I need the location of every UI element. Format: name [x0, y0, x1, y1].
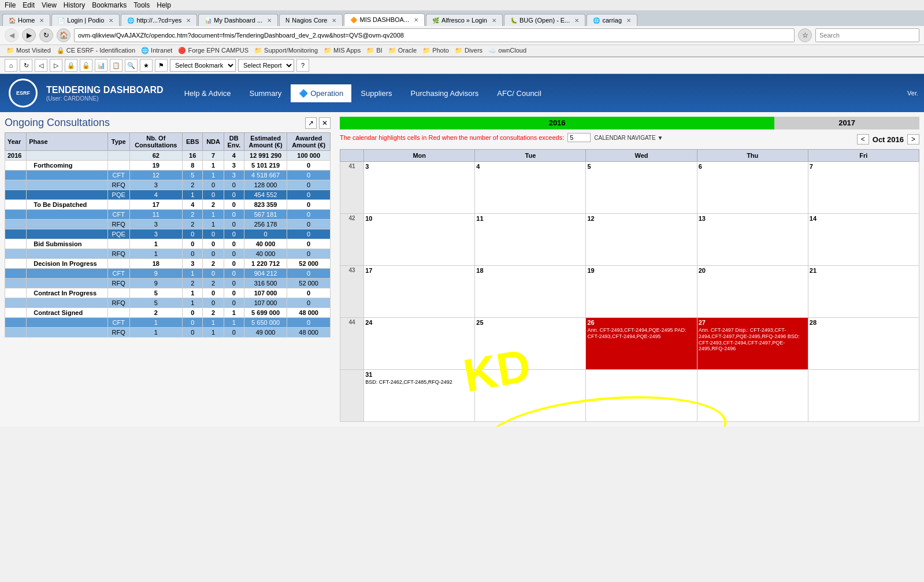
calendar-cell[interactable]: [697, 370, 808, 422]
threshold-input[interactable]: [567, 133, 591, 142]
bookmark-oracle[interactable]: 📁 Oracle: [387, 46, 418, 55]
cell-est: 567 181: [244, 210, 287, 220]
qv-chart-btn[interactable]: 📊: [95, 59, 107, 72]
tab-carriage[interactable]: 🌐 carriag ✕: [587, 14, 637, 26]
calendar-cell[interactable]: 5: [586, 162, 697, 214]
close-icon[interactable]: ✕: [626, 17, 631, 24]
menu-file[interactable]: File: [5, 1, 16, 9]
next-month-btn[interactable]: >: [907, 134, 919, 144]
nav-suppliers[interactable]: Suppliers: [351, 84, 401, 102]
bookmark-support[interactable]: 📁 Support/Monitoring: [253, 46, 320, 55]
panel-close-btn[interactable]: ✕: [319, 117, 331, 129]
tab-alfresco[interactable]: 🌿 Alfresco » Login ✕: [426, 14, 503, 26]
select-bookmark-dropdown[interactable]: Select Bookmark: [170, 59, 236, 72]
bookmark-divers[interactable]: 📁 Divers: [453, 46, 484, 55]
close-icon[interactable]: ✕: [332, 17, 336, 24]
cell-awd: 0: [287, 170, 331, 180]
address-input[interactable]: [74, 28, 795, 42]
qv-lock-btn[interactable]: 🔒: [65, 59, 77, 72]
qv-refresh-btn[interactable]: ↻: [20, 59, 32, 72]
menu-help[interactable]: Help: [157, 1, 171, 9]
calendar-cell[interactable]: 10: [364, 214, 475, 266]
nav-purchasing[interactable]: Purchasing Advisors: [402, 84, 488, 102]
nav-afc[interactable]: AFC/ Council: [488, 84, 551, 102]
tab-nagios[interactable]: N Nagios Core ✕: [279, 14, 343, 26]
qv-flag-btn[interactable]: ⚑: [155, 59, 168, 72]
calendar-cell[interactable]: [475, 370, 586, 422]
nav-summary[interactable]: Summary: [240, 84, 291, 102]
calendar-cell[interactable]: 11: [475, 214, 586, 266]
calendar-cell[interactable]: 7: [808, 162, 919, 214]
tab-bug[interactable]: 🐛 BUG (Open) - E... ✕: [504, 14, 585, 26]
qv-back-btn[interactable]: ◁: [35, 59, 47, 72]
calendar-cell[interactable]: 25: [475, 318, 586, 370]
qv-home-btn[interactable]: ⌂: [5, 59, 17, 72]
calendar-cell[interactable]: 13: [697, 214, 808, 266]
qv-star-btn[interactable]: ★: [140, 59, 153, 72]
bookmark-ce-esrf[interactable]: 🔒 CE ESRF - Identification: [55, 46, 137, 55]
bookmark-most-visited[interactable]: 📁 Most Visited: [5, 46, 53, 55]
calendar-cell[interactable]: 18: [475, 266, 586, 318]
back-button[interactable]: ◀: [5, 28, 18, 42]
prev-month-btn[interactable]: <: [857, 134, 869, 144]
menu-bookmarks[interactable]: Bookmarks: [92, 1, 127, 9]
year-2016-bar[interactable]: 2016: [340, 117, 774, 129]
calendar-cell[interactable]: [808, 370, 919, 422]
select-report-dropdown[interactable]: Select Report: [238, 59, 294, 72]
year-2017-bar[interactable]: 2017: [774, 117, 919, 129]
forward-button[interactable]: ▶: [22, 28, 36, 42]
menu-edit[interactable]: Edit: [23, 1, 35, 9]
calendar-cell[interactable]: 4: [475, 162, 586, 214]
menu-tools[interactable]: Tools: [133, 1, 150, 9]
calendar-cell[interactable]: 3: [364, 162, 475, 214]
calendar-cell[interactable]: 28: [808, 318, 919, 370]
bookmark-intranet[interactable]: 🌐 Intranet: [139, 46, 174, 55]
qv-search-btn[interactable]: 🔍: [125, 59, 138, 72]
calendar-cell[interactable]: [586, 370, 697, 422]
menu-history[interactable]: History: [64, 1, 85, 9]
refresh-button[interactable]: ↻: [39, 28, 53, 42]
qv-forward-btn[interactable]: ▷: [50, 59, 62, 72]
tab-podio[interactable]: 📄 Login | Podio ✕: [51, 14, 120, 26]
tab-mis-active[interactable]: 🔶 MIS DASHBOA... ✕: [344, 13, 425, 26]
bookmark-photo[interactable]: 📁 Photo: [421, 46, 451, 55]
bookmark-forge[interactable]: 🔴 Forge EPN CAMPUS: [176, 46, 250, 55]
calendar-cell[interactable]: 31BSD: CFT-2462,CFT-2485,RFQ-2492: [364, 370, 475, 422]
calendar-cell[interactable]: 12: [586, 214, 697, 266]
close-icon[interactable]: ✕: [574, 17, 579, 24]
home-button[interactable]: 🏠: [57, 28, 70, 42]
calendar-cell[interactable]: 17: [364, 266, 475, 318]
close-icon[interactable]: ✕: [414, 17, 418, 23]
calendar-cell[interactable]: 21: [808, 266, 919, 318]
calendar-cell[interactable]: 26Ann. CFT-2493,CFT-2494,PQE-2495 PAD: C…: [586, 318, 697, 370]
close-icon[interactable]: ✕: [492, 17, 496, 24]
close-icon[interactable]: ✕: [186, 17, 191, 24]
nav-operation[interactable]: 🔷 Operation: [291, 84, 351, 102]
bookmark-mis[interactable]: 📁 MIS Apps: [322, 46, 362, 55]
calendar-cell[interactable]: 6: [697, 162, 808, 214]
close-icon[interactable]: ✕: [39, 17, 44, 24]
calendar-cell[interactable]: 19: [586, 266, 697, 318]
tab-url[interactable]: 🌐 http://...?cd=yes ✕: [121, 14, 197, 26]
calendar-cell[interactable]: 14: [808, 214, 919, 266]
calendar-cell[interactable]: 20: [697, 266, 808, 318]
close-icon[interactable]: ✕: [267, 17, 272, 24]
cell-awd: 0: [287, 318, 331, 328]
panel-shrink-btn[interactable]: ↗: [305, 117, 317, 129]
tab-label: Nagios Core: [292, 17, 327, 24]
calendar-cell[interactable]: 24: [364, 318, 475, 370]
search-input[interactable]: [815, 28, 919, 42]
qv-table-btn[interactable]: 📋: [110, 59, 123, 72]
bookmark-bi[interactable]: 📁 BI: [365, 46, 384, 55]
col-ebs: EBS: [183, 133, 203, 151]
calendar-cell[interactable]: 27Ann. CFT-2497 Disp.: CFT-2493,CFT-2494…: [697, 318, 808, 370]
tab-home[interactable]: 🏠 Home ✕: [2, 14, 50, 26]
qv-help-btn[interactable]: ?: [296, 59, 309, 72]
bookmark-star[interactable]: ☆: [798, 28, 812, 42]
tab-dashboard[interactable]: 📊 My Dashboard ... ✕: [198, 14, 278, 26]
bookmark-owncloud[interactable]: ☁️ ownCloud: [487, 46, 528, 55]
close-icon[interactable]: ✕: [109, 17, 113, 24]
qv-unlock-btn[interactable]: 🔓: [80, 59, 92, 72]
menu-view[interactable]: View: [42, 1, 57, 9]
nav-help[interactable]: Help & Advice: [175, 84, 240, 102]
